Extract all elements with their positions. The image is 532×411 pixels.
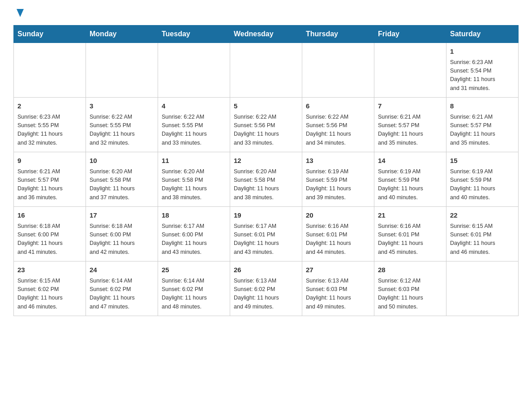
day-info: Sunrise: 6:20 AMSunset: 5:58 PMDaylight:…: [90, 167, 154, 202]
calendar-week-row: 23Sunrise: 6:15 AMSunset: 6:02 PMDayligh…: [14, 261, 519, 316]
day-info: Sunrise: 6:15 AMSunset: 6:01 PMDaylight:…: [450, 222, 515, 257]
day-info: Sunrise: 6:22 AMSunset: 5:55 PMDaylight:…: [162, 113, 226, 148]
day-number: 1: [450, 47, 515, 57]
day-info: Sunrise: 6:19 AMSunset: 5:59 PMDaylight:…: [450, 167, 515, 202]
calendar-cell: 14Sunrise: 6:19 AMSunset: 5:59 PMDayligh…: [374, 152, 446, 207]
logo: [13, 9, 26, 16]
day-info: Sunrise: 6:20 AMSunset: 5:58 PMDaylight:…: [162, 167, 226, 202]
day-number: 10: [90, 156, 154, 166]
day-number: 20: [306, 210, 370, 221]
calendar-cell: 19Sunrise: 6:17 AMSunset: 6:01 PMDayligh…: [230, 207, 302, 261]
calendar-cell: 7Sunrise: 6:21 AMSunset: 5:57 PMDaylight…: [374, 98, 446, 152]
calendar-cell: [446, 261, 519, 316]
calendar-header-tuesday: Tuesday: [158, 26, 230, 43]
day-number: 27: [306, 265, 370, 275]
calendar-header-wednesday: Wednesday: [230, 26, 302, 43]
calendar-header-monday: Monday: [86, 26, 158, 43]
day-number: 5: [234, 101, 298, 111]
calendar-cell: 13Sunrise: 6:19 AMSunset: 5:59 PMDayligh…: [302, 152, 374, 207]
calendar-cell: 15Sunrise: 6:19 AMSunset: 5:59 PMDayligh…: [446, 152, 519, 207]
calendar-header-saturday: Saturday: [446, 26, 519, 43]
calendar-header-row: SundayMondayTuesdayWednesdayThursdayFrid…: [14, 26, 519, 43]
calendar-week-row: 16Sunrise: 6:18 AMSunset: 6:00 PMDayligh…: [14, 207, 519, 261]
day-info: Sunrise: 6:21 AMSunset: 5:57 PMDaylight:…: [378, 113, 442, 148]
day-number: 6: [306, 101, 370, 111]
day-number: 25: [162, 265, 226, 275]
day-number: 28: [378, 265, 442, 275]
day-number: 26: [234, 265, 298, 275]
page-header: [13, 9, 519, 16]
calendar-week-row: 2Sunrise: 6:23 AMSunset: 5:55 PMDaylight…: [14, 98, 519, 152]
calendar-cell: 8Sunrise: 6:21 AMSunset: 5:57 PMDaylight…: [446, 98, 519, 152]
day-number: 24: [90, 265, 154, 275]
day-info: Sunrise: 6:17 AMSunset: 6:00 PMDaylight:…: [162, 222, 226, 257]
day-info: Sunrise: 6:18 AMSunset: 6:00 PMDaylight:…: [17, 222, 82, 257]
calendar-cell: 25Sunrise: 6:14 AMSunset: 6:02 PMDayligh…: [158, 261, 230, 316]
day-info: Sunrise: 6:22 AMSunset: 5:55 PMDaylight:…: [90, 113, 154, 148]
calendar-header-friday: Friday: [374, 26, 446, 43]
day-info: Sunrise: 6:13 AMSunset: 6:03 PMDaylight:…: [306, 277, 370, 312]
day-info: Sunrise: 6:19 AMSunset: 5:59 PMDaylight:…: [378, 167, 442, 202]
day-info: Sunrise: 6:14 AMSunset: 6:02 PMDaylight:…: [90, 277, 154, 312]
day-info: Sunrise: 6:21 AMSunset: 5:57 PMDaylight:…: [17, 167, 82, 202]
calendar-week-row: 1Sunrise: 6:23 AMSunset: 5:54 PMDaylight…: [14, 43, 519, 98]
calendar-cell: 24Sunrise: 6:14 AMSunset: 6:02 PMDayligh…: [86, 261, 158, 316]
day-info: Sunrise: 6:23 AMSunset: 5:54 PMDaylight:…: [450, 58, 515, 93]
calendar-cell: 20Sunrise: 6:16 AMSunset: 6:01 PMDayligh…: [302, 207, 374, 261]
calendar-cell: [302, 43, 374, 98]
day-info: Sunrise: 6:23 AMSunset: 5:55 PMDaylight:…: [17, 113, 82, 148]
day-info: Sunrise: 6:22 AMSunset: 5:56 PMDaylight:…: [234, 113, 298, 148]
day-number: 17: [90, 210, 154, 221]
day-info: Sunrise: 6:12 AMSunset: 6:03 PMDaylight:…: [378, 277, 442, 312]
calendar-cell: 27Sunrise: 6:13 AMSunset: 6:03 PMDayligh…: [302, 261, 374, 316]
calendar-cell: 11Sunrise: 6:20 AMSunset: 5:58 PMDayligh…: [158, 152, 230, 207]
day-number: 7: [378, 101, 442, 111]
day-number: 15: [450, 156, 515, 166]
calendar-cell: 1Sunrise: 6:23 AMSunset: 5:54 PMDaylight…: [446, 43, 519, 98]
logo-arrow-icon: [14, 7, 26, 20]
day-info: Sunrise: 6:19 AMSunset: 5:59 PMDaylight:…: [306, 167, 370, 202]
day-number: 12: [234, 156, 298, 166]
day-number: 16: [17, 210, 82, 221]
day-info: Sunrise: 6:22 AMSunset: 5:56 PMDaylight:…: [306, 113, 370, 148]
day-number: 19: [234, 210, 298, 221]
calendar-cell: 3Sunrise: 6:22 AMSunset: 5:55 PMDaylight…: [86, 98, 158, 152]
calendar-cell: 26Sunrise: 6:13 AMSunset: 6:02 PMDayligh…: [230, 261, 302, 316]
day-info: Sunrise: 6:18 AMSunset: 6:00 PMDaylight:…: [90, 222, 154, 257]
day-number: 11: [162, 156, 226, 166]
day-number: 3: [90, 101, 154, 111]
calendar-cell: 10Sunrise: 6:20 AMSunset: 5:58 PMDayligh…: [86, 152, 158, 207]
day-info: Sunrise: 6:15 AMSunset: 6:02 PMDaylight:…: [17, 277, 82, 312]
calendar-cell: 21Sunrise: 6:16 AMSunset: 6:01 PMDayligh…: [374, 207, 446, 261]
calendar-header-thursday: Thursday: [302, 26, 374, 43]
calendar-cell: [230, 43, 302, 98]
day-number: 8: [450, 101, 515, 111]
calendar-cell: 12Sunrise: 6:20 AMSunset: 5:58 PMDayligh…: [230, 152, 302, 207]
calendar-table: SundayMondayTuesdayWednesdayThursdayFrid…: [13, 25, 519, 316]
day-number: 18: [162, 210, 226, 221]
calendar-cell: [14, 43, 86, 98]
calendar-cell: 2Sunrise: 6:23 AMSunset: 5:55 PMDaylight…: [14, 98, 86, 152]
day-info: Sunrise: 6:20 AMSunset: 5:58 PMDaylight:…: [234, 167, 298, 202]
calendar-cell: [158, 43, 230, 98]
day-number: 13: [306, 156, 370, 166]
svg-marker-0: [17, 9, 24, 17]
calendar-cell: 6Sunrise: 6:22 AMSunset: 5:56 PMDaylight…: [302, 98, 374, 152]
day-number: 22: [450, 210, 515, 221]
day-number: 21: [378, 210, 442, 221]
day-info: Sunrise: 6:16 AMSunset: 6:01 PMDaylight:…: [378, 222, 442, 257]
calendar-cell: 16Sunrise: 6:18 AMSunset: 6:00 PMDayligh…: [14, 207, 86, 261]
day-info: Sunrise: 6:14 AMSunset: 6:02 PMDaylight:…: [162, 277, 226, 312]
day-info: Sunrise: 6:17 AMSunset: 6:01 PMDaylight:…: [234, 222, 298, 257]
calendar-cell: [86, 43, 158, 98]
calendar-cell: 18Sunrise: 6:17 AMSunset: 6:00 PMDayligh…: [158, 207, 230, 261]
calendar-header-sunday: Sunday: [14, 26, 86, 43]
day-info: Sunrise: 6:16 AMSunset: 6:01 PMDaylight:…: [306, 222, 370, 257]
calendar-cell: [374, 43, 446, 98]
day-number: 14: [378, 156, 442, 166]
calendar-week-row: 9Sunrise: 6:21 AMSunset: 5:57 PMDaylight…: [14, 152, 519, 207]
day-number: 2: [17, 101, 82, 111]
day-number: 23: [17, 265, 82, 275]
calendar-cell: 22Sunrise: 6:15 AMSunset: 6:01 PMDayligh…: [446, 207, 519, 261]
day-number: 9: [17, 156, 82, 166]
